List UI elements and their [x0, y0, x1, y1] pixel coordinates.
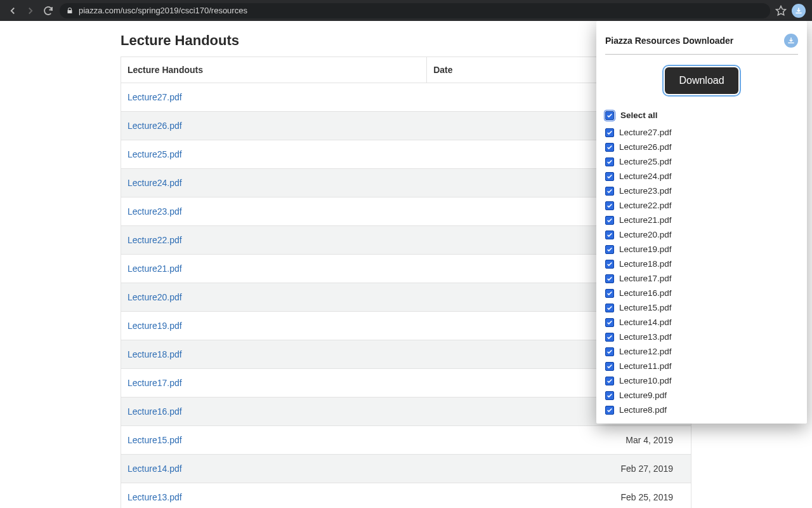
file-label: Lecture16.pdf: [619, 288, 672, 298]
file-label: Lecture14.pdf: [619, 318, 672, 327]
file-row[interactable]: Lecture10.pdf: [605, 373, 798, 388]
file-row[interactable]: Lecture16.pdf: [605, 286, 798, 300]
file-row[interactable]: Lecture14.pdf: [605, 315, 798, 330]
file-label: Lecture27.pdf: [619, 128, 672, 137]
file-label: Lecture23.pdf: [619, 186, 672, 196]
checkbox-icon[interactable]: [605, 406, 614, 415]
file-label: Lecture19.pdf: [619, 244, 672, 254]
lecture-link[interactable]: Lecture26.pdf: [128, 121, 182, 131]
lecture-link[interactable]: Lecture13.pdf: [128, 492, 182, 502]
table-row: Lecture15.pdfMar 4, 2019: [121, 426, 691, 455]
file-row[interactable]: Lecture19.pdf: [605, 242, 798, 257]
lecture-link[interactable]: Lecture14.pdf: [128, 464, 182, 474]
lecture-link[interactable]: Lecture17.pdf: [128, 378, 182, 388]
file-label: Lecture24.pdf: [619, 171, 672, 181]
popup-title: Piazza Resources Downloader: [605, 36, 733, 46]
checkbox-icon[interactable]: [605, 172, 614, 181]
checkbox-icon[interactable]: [605, 216, 614, 225]
file-label: Lecture20.pdf: [619, 230, 672, 239]
file-row[interactable]: Lecture9.pdf: [605, 388, 798, 403]
select-all-label: Select all: [620, 110, 658, 120]
checkbox-icon[interactable]: [605, 187, 614, 196]
file-label: Lecture26.pdf: [619, 142, 672, 152]
lecture-link[interactable]: Lecture19.pdf: [128, 321, 182, 331]
file-list: Select all Lecture27.pdfLecture26.pdfLec…: [596, 105, 807, 424]
checkbox-icon[interactable]: [605, 347, 614, 356]
page-body: Lecture Handouts Lecture Handouts Date L…: [0, 21, 812, 508]
file-row[interactable]: Lecture8.pdf: [605, 403, 798, 417]
file-row[interactable]: Lecture20.pdf: [605, 227, 798, 242]
lecture-link[interactable]: Lecture16.pdf: [128, 406, 182, 417]
extension-badge-icon[interactable]: [792, 4, 806, 18]
file-row[interactable]: Lecture25.pdf: [605, 154, 798, 169]
checkbox-icon[interactable]: [605, 128, 614, 137]
nav-forward-button[interactable]: [24, 4, 37, 17]
lecture-link[interactable]: Lecture27.pdf: [128, 92, 182, 102]
file-label: Lecture8.pdf: [619, 405, 667, 415]
file-row[interactable]: Lecture23.pdf: [605, 184, 798, 198]
file-row[interactable]: Lecture21.pdf: [605, 213, 798, 227]
file-label: Lecture13.pdf: [619, 332, 672, 342]
lecture-link[interactable]: Lecture23.pdf: [128, 206, 182, 217]
file-label: Lecture11.pdf: [619, 361, 672, 371]
nav-back-button[interactable]: [6, 4, 19, 17]
lecture-link[interactable]: Lecture18.pdf: [128, 349, 182, 359]
download-icon: [784, 34, 798, 48]
address-bar[interactable]: piazza.com/usc/spring2019/csci170/resour…: [60, 3, 770, 18]
checkbox-icon[interactable]: [605, 260, 614, 269]
lecture-link[interactable]: Lecture20.pdf: [128, 292, 182, 302]
checkbox-icon[interactable]: [605, 362, 614, 371]
nav-reload-button[interactable]: [42, 4, 55, 17]
checkbox-icon[interactable]: [605, 111, 614, 120]
file-row[interactable]: Lecture17.pdf: [605, 271, 798, 286]
download-button[interactable]: Download: [665, 67, 738, 94]
table-row: Lecture13.pdfFeb 25, 2019: [121, 483, 691, 509]
lecture-link[interactable]: Lecture25.pdf: [128, 149, 182, 159]
lecture-date: Mar 4, 2019: [427, 426, 691, 455]
file-label: Lecture15.pdf: [619, 303, 672, 312]
file-label: Lecture9.pdf: [619, 391, 667, 400]
lecture-link[interactable]: Lecture15.pdf: [128, 435, 182, 445]
checkbox-icon[interactable]: [605, 304, 614, 312]
file-label: Lecture25.pdf: [619, 157, 672, 166]
checkbox-icon[interactable]: [605, 201, 614, 210]
browser-toolbar: piazza.com/usc/spring2019/csci170/resour…: [0, 0, 812, 21]
lecture-date: Feb 25, 2019: [427, 483, 691, 509]
file-row[interactable]: Lecture13.pdf: [605, 330, 798, 344]
extension-popup: Piazza Resources Downloader Download Sel…: [596, 21, 807, 424]
lecture-link[interactable]: Lecture22.pdf: [128, 235, 182, 245]
checkbox-icon[interactable]: [605, 245, 614, 254]
file-row[interactable]: Lecture22.pdf: [605, 198, 798, 213]
checkbox-icon[interactable]: [605, 377, 614, 385]
checkbox-icon[interactable]: [605, 143, 614, 152]
lock-icon: [66, 7, 74, 15]
file-row[interactable]: Lecture26.pdf: [605, 140, 798, 154]
checkbox-icon[interactable]: [605, 289, 614, 298]
file-label: Lecture17.pdf: [619, 274, 672, 283]
file-label: Lecture21.pdf: [619, 215, 672, 225]
file-label: Lecture12.pdf: [619, 347, 672, 356]
lecture-date: Feb 27, 2019: [427, 455, 691, 483]
url-text: piazza.com/usc/spring2019/csci170/resour…: [79, 6, 247, 15]
lecture-link[interactable]: Lecture24.pdf: [128, 178, 182, 188]
file-row[interactable]: Lecture12.pdf: [605, 344, 798, 359]
lecture-link[interactable]: Lecture21.pdf: [128, 264, 182, 274]
file-row[interactable]: Lecture27.pdf: [605, 125, 798, 140]
file-label: Lecture18.pdf: [619, 259, 672, 269]
checkbox-icon[interactable]: [605, 318, 614, 327]
select-all-row[interactable]: Select all: [605, 108, 798, 123]
checkbox-icon[interactable]: [605, 333, 614, 342]
file-label: Lecture10.pdf: [619, 376, 672, 385]
checkbox-icon[interactable]: [605, 274, 614, 283]
file-row[interactable]: Lecture24.pdf: [605, 169, 798, 184]
file-label: Lecture22.pdf: [619, 201, 672, 210]
checkbox-icon[interactable]: [605, 157, 614, 166]
col-header-name: Lecture Handouts: [121, 57, 427, 83]
checkbox-icon[interactable]: [605, 391, 614, 400]
file-row[interactable]: Lecture15.pdf: [605, 300, 798, 315]
file-row[interactable]: Lecture18.pdf: [605, 257, 798, 271]
table-row: Lecture14.pdfFeb 27, 2019: [121, 455, 691, 483]
bookmark-star-icon[interactable]: [775, 5, 787, 17]
file-row[interactable]: Lecture11.pdf: [605, 359, 798, 373]
checkbox-icon[interactable]: [605, 231, 614, 239]
